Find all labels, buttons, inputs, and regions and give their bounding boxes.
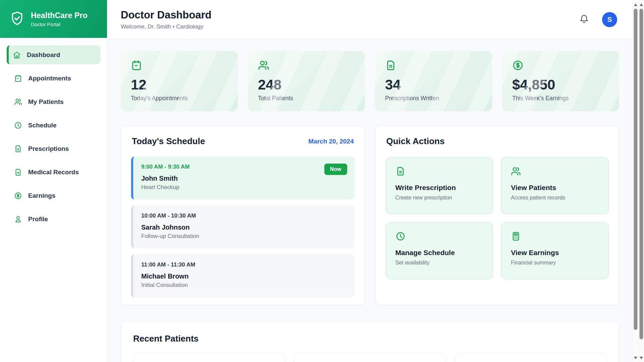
appointment-type: Follow-up Consultation bbox=[141, 233, 346, 240]
action-card-view-earnings[interactable]: View EarningsFinancial summary bbox=[501, 222, 609, 279]
file-icon bbox=[14, 168, 22, 176]
brand-title: HealthCare Pro bbox=[31, 11, 88, 20]
appointment-row[interactable]: 9:00 AM - 9:30 AMJohn SmithHeart Checkup… bbox=[131, 157, 355, 199]
dollar-icon bbox=[512, 60, 524, 71]
page-subtitle: Welcome, Dr. Smith • Cardiology bbox=[121, 23, 211, 30]
patient-card[interactable]: Sarah Johnson bbox=[294, 353, 446, 362]
calculator-icon bbox=[511, 231, 521, 241]
scroll-down-arrow-icon[interactable] bbox=[634, 357, 637, 359]
sidebar-item-label: Appointments bbox=[28, 75, 71, 82]
stat-value: 12 bbox=[131, 78, 228, 92]
topbar: Doctor Dashboard Welcome, Dr. Smith • Ca… bbox=[107, 0, 633, 40]
action-subtitle: Create new prescription bbox=[395, 195, 484, 201]
appointment-time: 9:00 AM - 9:30 AM bbox=[141, 164, 346, 170]
main-column: Doctor Dashboard Welcome, Dr. Smith • Ca… bbox=[107, 0, 633, 362]
file-icon bbox=[14, 145, 22, 153]
scroll-down-arrow-icon[interactable] bbox=[640, 357, 643, 359]
appointments-list: 9:00 AM - 9:30 AMJohn SmithHeart Checkup… bbox=[130, 157, 356, 297]
scroll-up-arrow-icon[interactable] bbox=[640, 3, 643, 6]
page-title: Doctor Dashboard bbox=[121, 9, 211, 21]
notifications-button[interactable] bbox=[580, 14, 589, 25]
now-badge: Now bbox=[324, 164, 347, 175]
action-title: Write Prescription bbox=[395, 184, 484, 192]
appointment-time: 10:00 AM - 10:30 AM bbox=[141, 213, 346, 219]
inner-scrollbar-thumb[interactable] bbox=[634, 9, 638, 330]
recent-patients-panel: Recent Patients John SmithSarah JohnsonM… bbox=[121, 321, 619, 362]
appointment-row[interactable]: 11:00 AM - 11:30 AMMichael BrownInitial … bbox=[131, 254, 355, 297]
action-title: Manage Schedule bbox=[395, 249, 484, 257]
action-card-write-prescription[interactable]: Write PrescriptionCreate new prescriptio… bbox=[386, 157, 493, 214]
shield-check-icon bbox=[9, 11, 25, 26]
file-icon bbox=[385, 60, 396, 71]
file-icon bbox=[395, 166, 406, 176]
stat-label: Total Patients bbox=[258, 95, 355, 102]
stat-value: 248 bbox=[258, 78, 355, 92]
sidebar-item-earnings[interactable]: Earnings bbox=[7, 186, 100, 205]
home-icon bbox=[13, 51, 21, 59]
appointment-time: 11:00 AM - 11:30 AM bbox=[141, 261, 346, 268]
action-title: View Patients bbox=[511, 184, 599, 192]
clock-icon bbox=[395, 231, 406, 241]
patient-card[interactable]: John Smith bbox=[133, 353, 285, 362]
action-title: View Earnings bbox=[511, 249, 599, 257]
sidebar-item-profile[interactable]: Profile bbox=[7, 209, 100, 229]
avatar[interactable]: S bbox=[602, 12, 617, 27]
sidebar-item-label: Dashboard bbox=[27, 51, 60, 59]
scrollbar-area bbox=[633, 0, 644, 362]
appointment-type: Heart Checkup bbox=[141, 184, 346, 191]
schedule-date-link[interactable]: March 20, 2024 bbox=[308, 138, 354, 145]
user-icon bbox=[14, 215, 22, 223]
brand-subtitle: Doctor Portal bbox=[31, 21, 88, 27]
recent-patients-title: Recent Patients bbox=[133, 334, 607, 344]
dashboard-content: 12Today's Appointments248Total Patients3… bbox=[107, 40, 633, 362]
users-icon bbox=[14, 98, 22, 106]
sidebar-nav: DashboardAppointmentsMy PatientsSchedule… bbox=[0, 38, 107, 240]
stat-label: Today's Appointments bbox=[131, 95, 228, 102]
quick-actions-panel: Quick Actions Write PrescriptionCreate n… bbox=[375, 126, 620, 305]
appointment-row[interactable]: 10:00 AM - 10:30 AMSarah JohnsonFollow-u… bbox=[131, 205, 355, 248]
sidebar-item-label: Medical Records bbox=[28, 169, 79, 176]
stat-card-total-patients: 248Total Patients bbox=[248, 51, 365, 111]
sidebar: HealthCare Pro Doctor Portal DashboardAp… bbox=[0, 0, 107, 362]
action-subtitle: Financial summary bbox=[511, 260, 599, 266]
patient-card[interactable]: Michael Brown bbox=[455, 353, 607, 362]
sidebar-item-label: Earnings bbox=[28, 192, 55, 199]
calendar-icon bbox=[131, 60, 142, 71]
appointment-type: Initial Consultation bbox=[141, 282, 346, 289]
shield-check-icon bbox=[9, 11, 25, 27]
appointment-patient: John Smith bbox=[141, 175, 346, 182]
outer-scrollbar-thumb[interactable] bbox=[640, 9, 643, 339]
users-icon bbox=[511, 166, 521, 176]
sidebar-item-label: My Patients bbox=[28, 98, 64, 106]
sidebar-item-label: Profile bbox=[28, 216, 48, 223]
todays-schedule-panel: Today's Schedule March 20, 2024 9:00 AM … bbox=[121, 126, 365, 305]
appointment-patient: Sarah Johnson bbox=[141, 224, 346, 231]
clock-icon bbox=[14, 121, 22, 129]
sidebar-item-label: Prescriptions bbox=[28, 145, 69, 153]
stat-value: 34 bbox=[385, 78, 482, 92]
sidebar-item-medical-records[interactable]: Medical Records bbox=[7, 163, 100, 182]
outer-vertical-scrollbar[interactable] bbox=[638, 0, 644, 362]
scroll-up-arrow-icon[interactable] bbox=[634, 3, 637, 6]
action-card-manage-schedule[interactable]: Manage ScheduleSet availability bbox=[386, 222, 493, 279]
stats-row: 12Today's Appointments248Total Patients3… bbox=[121, 51, 619, 111]
sidebar-item-my-patients[interactable]: My Patients bbox=[7, 92, 100, 111]
stat-label: This Week's Earnings bbox=[512, 95, 609, 102]
appointment-patient: Michael Brown bbox=[141, 273, 346, 280]
dollar-icon bbox=[14, 192, 22, 200]
sidebar-item-dashboard[interactable]: Dashboard bbox=[7, 45, 100, 64]
calendar-icon bbox=[14, 74, 22, 82]
recent-patients-grid: John SmithSarah JohnsonMichael Brown bbox=[133, 353, 607, 362]
quick-actions-grid: Write PrescriptionCreate new prescriptio… bbox=[384, 157, 610, 279]
action-card-view-patients[interactable]: View PatientsAccess patient records bbox=[501, 157, 609, 214]
sidebar-item-prescriptions[interactable]: Prescriptions bbox=[7, 139, 100, 158]
sidebar-item-appointments[interactable]: Appointments bbox=[7, 69, 100, 88]
sidebar-item-label: Schedule bbox=[28, 122, 56, 129]
sidebar-item-schedule[interactable]: Schedule bbox=[7, 116, 100, 135]
stat-card-today-s-appointments: 12Today's Appointments bbox=[121, 51, 238, 111]
inner-vertical-scrollbar[interactable] bbox=[633, 0, 638, 362]
stat-card-this-week-s-earnings: $4,850This Week's Earnings bbox=[502, 51, 619, 111]
action-subtitle: Set availability bbox=[395, 260, 484, 266]
quick-actions-title: Quick Actions bbox=[386, 136, 445, 146]
stat-value: $4,850 bbox=[512, 78, 609, 92]
